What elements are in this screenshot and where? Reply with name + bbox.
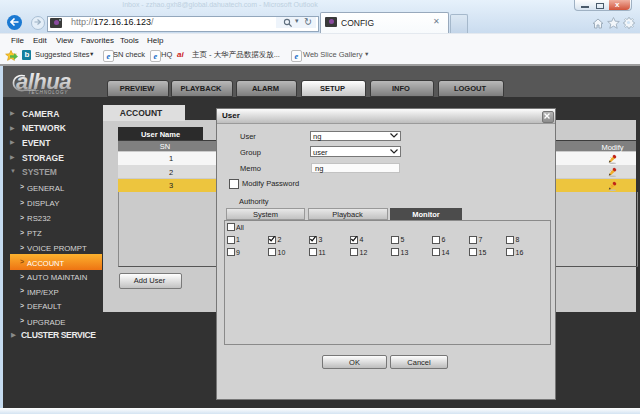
svg-text:TECHNOLOGY: TECHNOLOGY <box>28 90 68 95</box>
